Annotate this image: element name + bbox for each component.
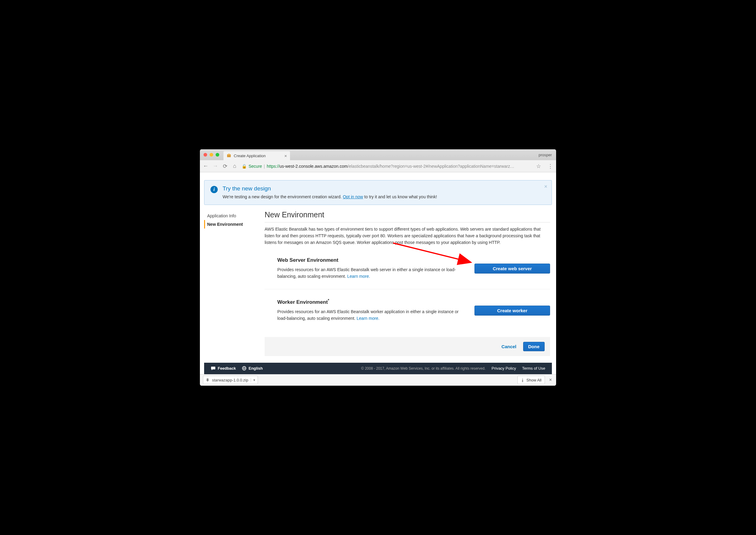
home-button[interactable]: ⌂ <box>232 163 237 169</box>
tab-bar: Create Application × prosper <box>200 149 556 160</box>
browser-toolbar: ← → ⟳ ⌂ 🔒 Secure | https://us-west-2.con… <box>200 160 556 172</box>
download-item-menu[interactable]: ▾ <box>251 378 255 382</box>
browser-tab[interactable]: Create Application × <box>223 151 290 160</box>
window-minimize-button[interactable] <box>210 153 213 156</box>
info-icon: i <box>211 186 218 193</box>
download-bar-close-icon[interactable]: × <box>548 377 553 383</box>
page-description: AWS Elastic Beanstalk has two types of e… <box>265 226 550 246</box>
browser-window: Create Application × prosper ← → ⟳ ⌂ 🔒 S… <box>200 149 556 385</box>
page-content: i Try the new design We're testing a new… <box>200 172 556 374</box>
main-panel: New Environment AWS Elastic Beanstalk ha… <box>265 211 552 356</box>
sidebar-item-application-info[interactable]: Application Info <box>204 211 259 220</box>
actions-bar: Cancel Done <box>265 337 550 356</box>
download-item[interactable]: 🡇 starwazapp-1.0.0.zip ▾ <box>203 376 258 384</box>
alert-body: We're testing a new design for the envir… <box>222 194 437 199</box>
alert-close-icon[interactable]: × <box>544 183 547 190</box>
reload-button[interactable]: ⟳ <box>222 163 228 170</box>
tab-title: Create Application <box>234 154 282 158</box>
window-maximize-button[interactable] <box>216 153 219 156</box>
back-button[interactable]: ← <box>203 163 208 169</box>
terms-of-use-link[interactable]: Terms of Use <box>522 366 545 371</box>
worker-desc: Provides resources for an AWS Elastic Be… <box>277 309 462 322</box>
lock-icon: 🔒 <box>242 164 247 169</box>
download-icon: ⭳ <box>521 378 525 382</box>
create-web-server-button[interactable]: Create web server <box>475 264 550 273</box>
web-server-title: Web Server Environment <box>277 256 462 263</box>
address-bar[interactable]: 🔒 Secure | https://us-west-2.console.aws… <box>242 164 530 169</box>
opt-in-link[interactable]: Opt in now <box>343 194 363 199</box>
menu-dots-icon[interactable]: ⋮ <box>548 163 553 170</box>
web-server-desc: Provides resources for an AWS Elastic Be… <box>277 267 462 280</box>
privacy-policy-link[interactable]: Privacy Policy <box>492 366 516 371</box>
web-server-learn-more-link[interactable]: Learn more. <box>347 274 370 279</box>
globe-icon <box>242 366 247 371</box>
copyright-text: © 2008 - 2017, Amazon Web Services, Inc.… <box>361 366 485 371</box>
file-icon: 🡇 <box>206 378 210 382</box>
done-button[interactable]: Done <box>523 342 545 351</box>
sidebar-item-new-environment[interactable]: New Environment <box>204 220 259 229</box>
wizard-sidebar: Application Info New Environment <box>204 211 259 356</box>
window-close-button[interactable] <box>204 153 207 156</box>
create-worker-button[interactable]: Create worker <box>475 306 550 316</box>
alert-title: Try the new design <box>222 185 437 192</box>
worker-learn-more-link[interactable]: Learn more. <box>357 316 379 321</box>
worker-block: Worker Environment* Provides resources f… <box>265 295 550 331</box>
tab-close-icon[interactable]: × <box>284 153 287 158</box>
show-all-downloads-button[interactable]: ⭳ Show All <box>517 376 545 384</box>
info-alert: i Try the new design We're testing a new… <box>204 180 552 205</box>
web-server-block: Web Server Environment Provides resource… <box>265 253 550 289</box>
forward-button[interactable]: → <box>213 163 218 169</box>
cancel-button[interactable]: Cancel <box>501 344 516 349</box>
secure-label: Secure <box>248 164 262 169</box>
page-heading: New Environment <box>265 211 550 222</box>
profile-name[interactable]: prosper <box>538 153 552 157</box>
download-filename: starwazapp-1.0.0.zip <box>212 378 248 382</box>
language-selector[interactable]: English <box>242 366 263 371</box>
feedback-link[interactable]: Feedback <box>211 366 236 371</box>
worker-title: Worker Environment* <box>277 298 462 305</box>
download-bar: 🡇 starwazapp-1.0.0.zip ▾ ⭳ Show All × <box>200 374 556 386</box>
aws-favicon-icon <box>226 153 231 158</box>
speech-bubble-icon <box>211 366 216 371</box>
mac-window-controls <box>200 153 219 156</box>
aws-footer: Feedback English © 2008 - 2017, Amazon W… <box>204 363 552 374</box>
bookmark-star-icon[interactable]: ☆ <box>536 163 541 170</box>
url-text: https://us-west-2.console.aws.amazon.com… <box>267 164 514 169</box>
